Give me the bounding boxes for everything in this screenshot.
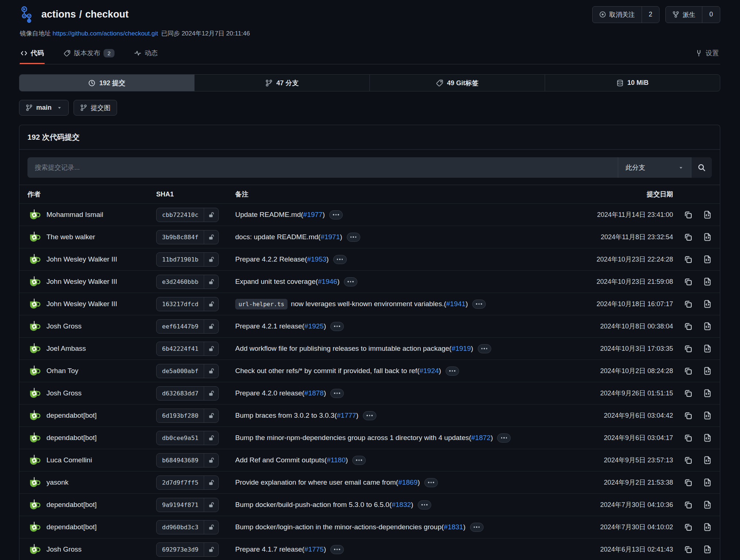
browse-source-icon[interactable] [703, 233, 712, 241]
commit-author-link[interactable]: The web walker [46, 233, 95, 241]
expand-commit-button[interactable] [478, 344, 491, 353]
pr-link[interactable]: #1941 [446, 300, 466, 308]
expand-commit-button[interactable] [424, 478, 438, 487]
commit-sha-badge[interactable]: 692973e3d9 [156, 542, 219, 557]
copy-sha-icon[interactable] [684, 233, 692, 241]
expand-commit-button[interactable] [363, 411, 376, 420]
expand-commit-button[interactable] [329, 210, 343, 219]
watch-count[interactable]: 2 [642, 7, 660, 23]
expand-commit-button[interactable] [472, 300, 486, 309]
copy-sha-icon[interactable] [684, 389, 692, 398]
stat-tags[interactable]: 49 Git标签 [369, 75, 545, 91]
commit-author-link[interactable]: Josh Gross [46, 322, 82, 330]
commit-sha-badge[interactable]: 6b42224f41 [156, 342, 219, 356]
commit-author-link[interactable]: Joel Ambass [46, 345, 86, 353]
commit-sha-badge[interactable]: eef61447b9 [156, 319, 219, 334]
commit-graph-button[interactable]: 提交图 [74, 100, 117, 116]
tab-code[interactable]: 代码 [20, 45, 45, 64]
browse-source-icon[interactable] [703, 300, 712, 308]
copy-sha-icon[interactable] [684, 478, 692, 487]
pr-link[interactable]: #1777 [337, 411, 356, 420]
browse-source-icon[interactable] [703, 210, 712, 219]
commit-author-link[interactable]: Luca Comellini [46, 456, 92, 464]
browse-source-icon[interactable] [703, 523, 712, 531]
pr-link[interactable]: #1919 [451, 345, 471, 353]
pr-link[interactable]: #1924 [420, 367, 439, 375]
pr-link[interactable]: #1180 [327, 456, 345, 464]
commit-sha-badge[interactable]: de5a000abf [156, 364, 219, 378]
mirror-url-link[interactable]: https://github.com/actions/checkout.git [53, 30, 158, 37]
copy-sha-icon[interactable] [684, 367, 692, 375]
copy-sha-icon[interactable] [684, 210, 692, 219]
unwatch-button[interactable]: 取消关注 2 [592, 6, 660, 23]
commit-sha-badge[interactable]: 11bd71901b [156, 252, 219, 267]
stat-size[interactable]: 10 MiB [545, 75, 720, 91]
pr-link[interactable]: #1953 [307, 255, 326, 263]
expand-commit-button[interactable] [330, 389, 344, 398]
copy-sha-icon[interactable] [684, 411, 692, 420]
copy-sha-icon[interactable] [684, 277, 692, 286]
stat-commits[interactable]: 192 提交 [19, 75, 194, 91]
pr-link[interactable]: #1878 [304, 389, 324, 397]
tab-activity[interactable]: 动态 [134, 45, 158, 64]
copy-sha-icon[interactable] [684, 255, 692, 264]
tab-releases[interactable]: 版本发布 2 [63, 45, 115, 64]
commit-sha-badge[interactable]: 9a9194f871 [156, 498, 219, 512]
repo-owner-link[interactable]: actions [41, 9, 76, 20]
pr-link[interactable]: #1946 [318, 278, 337, 286]
copy-sha-icon[interactable] [684, 523, 692, 531]
commit-author-link[interactable]: Mohammad Ismail [46, 211, 103, 219]
commit-sha-badge[interactable]: dd960bd3c3 [156, 520, 219, 534]
stat-branches[interactable]: 47 分支 [194, 75, 369, 91]
pr-link[interactable]: #1925 [304, 322, 324, 330]
browse-source-icon[interactable] [703, 389, 712, 398]
commit-sha-badge[interactable]: d632683dd7 [156, 386, 219, 401]
pr-link[interactable]: #1831 [444, 523, 463, 531]
copy-sha-icon[interactable] [684, 545, 692, 554]
copy-sha-icon[interactable] [684, 300, 692, 308]
pr-link[interactable]: #1971 [320, 233, 340, 241]
copy-sha-icon[interactable] [684, 500, 692, 509]
browse-source-icon[interactable] [703, 367, 712, 375]
commit-sha-badge[interactable]: 2d7d9f7ff5 [156, 476, 219, 490]
browse-source-icon[interactable] [703, 411, 712, 420]
pr-link[interactable]: #1872 [471, 434, 491, 442]
commit-author-link[interactable]: dependabot[bot] [46, 501, 97, 509]
commit-author-link[interactable]: dependabot[bot] [46, 411, 97, 420]
fork-button[interactable]: 派生 0 [665, 6, 720, 23]
expand-commit-button[interactable] [418, 500, 431, 510]
copy-sha-icon[interactable] [684, 456, 692, 465]
expand-commit-button[interactable] [497, 433, 511, 443]
commit-sha-badge[interactable]: cbb722410c [156, 208, 219, 222]
browse-source-icon[interactable] [703, 500, 712, 509]
expand-commit-button[interactable] [344, 277, 357, 286]
commit-author-link[interactable]: John Wesley Walker III [46, 278, 117, 286]
commit-author-link[interactable]: John Wesley Walker III [46, 255, 117, 263]
browse-source-icon[interactable] [703, 456, 712, 465]
commit-sha-badge[interactable]: 163217dfcd [156, 297, 219, 311]
commit-author-link[interactable]: John Wesley Walker III [46, 300, 117, 308]
commit-author-link[interactable]: Josh Gross [46, 545, 82, 553]
browse-source-icon[interactable] [703, 277, 712, 286]
pr-link[interactable]: #1869 [398, 478, 418, 486]
browse-source-icon[interactable] [703, 255, 712, 264]
commit-author-link[interactable]: dependabot[bot] [46, 434, 97, 442]
commit-sha-badge[interactable]: b684943689 [156, 453, 219, 467]
repo-name-link[interactable]: checkout [85, 9, 129, 20]
search-input[interactable] [27, 157, 618, 178]
pr-link[interactable]: #1832 [392, 501, 411, 509]
tab-settings[interactable]: 设置 [695, 45, 720, 64]
fork-count[interactable]: 0 [702, 7, 720, 23]
copy-sha-icon[interactable] [684, 344, 692, 353]
expand-commit-button[interactable] [333, 255, 347, 264]
commit-author-link[interactable]: Josh Gross [46, 389, 82, 397]
expand-commit-button[interactable] [330, 322, 344, 331]
copy-sha-icon[interactable] [684, 322, 692, 331]
browse-source-icon[interactable] [703, 478, 712, 487]
commit-sha-badge[interactable]: 3b9b8c884f [156, 230, 219, 244]
commit-sha-badge[interactable]: 6d193bf280 [156, 409, 219, 423]
browse-source-icon[interactable] [703, 433, 712, 442]
commit-sha-badge[interactable]: e3d2460bbb [156, 275, 219, 289]
copy-sha-icon[interactable] [684, 433, 692, 442]
browse-source-icon[interactable] [703, 344, 712, 353]
